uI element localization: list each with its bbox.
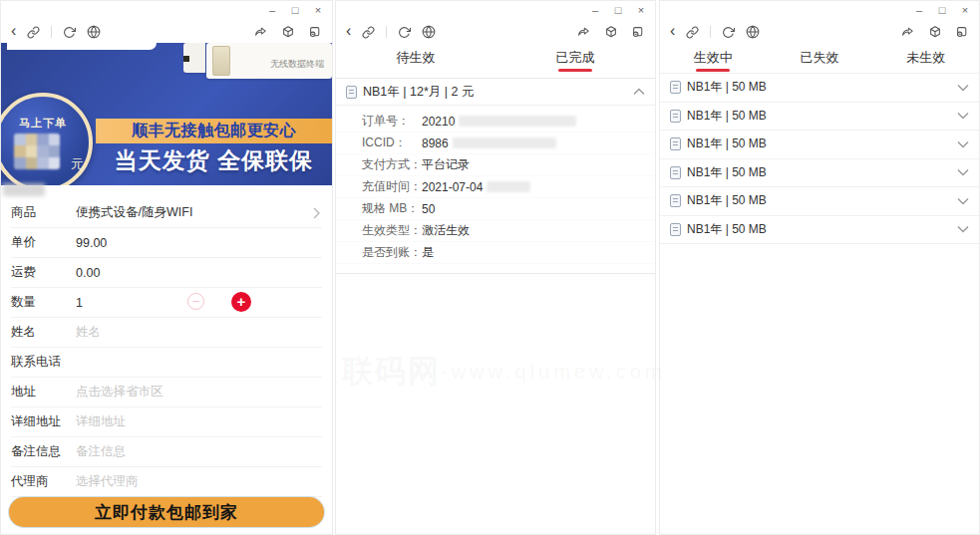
detail-value: 平台记录 <box>422 156 470 173</box>
chevron-down-icon[interactable] <box>957 168 969 176</box>
spec-value: 50 <box>422 202 435 216</box>
back-icon[interactable]: ‹ <box>346 24 351 38</box>
chevron-up-icon[interactable] <box>633 88 645 96</box>
minimize-button[interactable]: – <box>589 4 601 16</box>
miniprogram-cube-icon[interactable] <box>604 25 618 39</box>
float-window-icon[interactable] <box>308 25 322 39</box>
order-status-tabs: 待生效 已完成 <box>336 43 655 73</box>
credited-value: 是 <box>422 244 434 261</box>
refresh-icon[interactable] <box>398 26 411 39</box>
globe-icon[interactable] <box>422 25 436 39</box>
maximize-button[interactable]: □ <box>612 4 624 16</box>
form-row-agent[interactable]: 代理商 选择代理商 <box>11 467 322 497</box>
form-row-remark[interactable]: 备注信息 备注信息 <box>11 437 322 467</box>
tab-active[interactable]: 生效中 <box>660 43 767 73</box>
remark-input[interactable]: 备注信息 <box>76 443 126 460</box>
toolbar-divider <box>710 26 711 38</box>
pixel <box>49 134 61 145</box>
tab-label: 已完成 <box>556 50 595 65</box>
close-button[interactable]: × <box>635 4 647 16</box>
order-no-value: 20210 <box>422 115 576 129</box>
quantity-decrease-button[interactable]: − <box>187 293 204 310</box>
detail-value: 是 <box>422 244 434 261</box>
miniprogram-cube-icon[interactable] <box>281 25 295 39</box>
link-icon[interactable] <box>686 26 699 39</box>
float-window-icon[interactable] <box>631 25 645 39</box>
toolbar-left-group: ‹ <box>670 25 760 39</box>
document-icon <box>670 166 681 179</box>
close-button[interactable]: × <box>959 4 971 16</box>
back-icon[interactable]: ‹ <box>11 24 16 38</box>
share-icon[interactable] <box>576 25 591 39</box>
quantity-increase-button[interactable]: + <box>231 292 251 312</box>
detail-label: 订单号： <box>362 113 422 130</box>
field-label: 姓名 <box>11 324 76 341</box>
detail-label: 支付方式： <box>362 156 422 173</box>
product-card: 无线数据终端 <box>206 43 332 79</box>
form-row-phone[interactable]: 联系电话 <box>11 348 322 378</box>
minimize-button[interactable]: – <box>266 4 278 16</box>
refresh-icon[interactable] <box>63 26 76 39</box>
list-item[interactable]: NB1年 | 50 MB <box>660 74 979 103</box>
detail-label: 规格 MB： <box>362 200 422 217</box>
list-item[interactable]: NB1年 | 50 MB <box>660 103 979 132</box>
effect-type-value: 激活生效 <box>422 222 470 239</box>
chevron-down-icon[interactable] <box>957 84 969 92</box>
chevron-right-icon[interactable] <box>313 207 320 222</box>
detail-row-recharge-time: 充值时间： 2021-07-04 <box>336 176 655 198</box>
back-icon[interactable]: ‹ <box>670 24 675 38</box>
window-controls: – □ × <box>266 4 324 16</box>
banner-notch <box>7 43 157 50</box>
region-select[interactable]: 点击选择省市区 <box>76 384 163 401</box>
toolbar-right-group <box>576 25 645 39</box>
product-image <box>212 46 230 76</box>
quantity-value: 1 <box>76 296 83 310</box>
redacted-price <box>14 134 60 169</box>
form-row-shipping: 运费 0.00 <box>11 258 322 288</box>
link-icon[interactable] <box>362 26 375 39</box>
tab-expired[interactable]: 已失效 <box>767 43 873 73</box>
maximize-button[interactable]: □ <box>289 4 301 16</box>
list-item[interactable]: NB1年 | 50 MB <box>660 131 979 159</box>
list-item[interactable]: NB1年 | 50 MB <box>660 159 979 188</box>
recharge-time-value: 2021-07-04 <box>422 180 530 194</box>
agent-select[interactable]: 选择代理商 <box>76 473 139 490</box>
name-input[interactable]: 姓名 <box>76 324 101 341</box>
tab-completed[interactable]: 已完成 <box>495 43 655 73</box>
form-row-product[interactable]: 商品 便携式设备/随身WIFI <box>11 198 322 228</box>
window-titlebar: – □ × <box>336 1 655 21</box>
chevron-down-icon[interactable] <box>957 225 969 233</box>
refresh-icon[interactable] <box>722 26 735 39</box>
tab-label: 待生效 <box>397 50 436 65</box>
form-row-address[interactable]: 地址 点击选择省市区 <box>11 378 322 407</box>
form-row-name[interactable]: 姓名 姓名 <box>11 318 322 348</box>
chevron-down-icon[interactable] <box>957 197 969 205</box>
globe-icon[interactable] <box>746 25 760 39</box>
chevron-down-icon[interactable] <box>957 112 969 120</box>
pixel <box>14 157 26 169</box>
miniprogram-cube-icon[interactable] <box>928 25 942 39</box>
window-controls: – □ × <box>589 4 647 16</box>
pay-now-button[interactable]: 立即付款包邮到家 <box>9 497 324 527</box>
order-details: 订单号： 20210 ICCID： 8986 支付方式： 平台记录 充值时间： … <box>336 106 655 273</box>
form-row-address-detail[interactable]: 详细地址 详细地址 <box>11 407 322 437</box>
product-value: 便携式设备/随身WIFI <box>76 204 192 221</box>
list-item[interactable]: NB1年 | 50 MB <box>660 216 979 245</box>
link-icon[interactable] <box>27 26 40 39</box>
tab-pending[interactable]: 待生效 <box>336 43 495 73</box>
minimize-button[interactable]: – <box>913 4 925 16</box>
address-detail-input[interactable]: 详细地址 <box>76 413 126 430</box>
share-icon[interactable] <box>900 25 915 39</box>
share-icon[interactable] <box>253 25 268 39</box>
order-card-header[interactable]: NB1年 | 12*月 | 2 元 <box>336 79 655 106</box>
document-icon <box>670 223 681 236</box>
chevron-down-icon[interactable] <box>957 140 969 148</box>
tab-not-effective[interactable]: 未生效 <box>872 43 979 73</box>
close-button[interactable]: × <box>312 4 324 16</box>
list-item[interactable]: NB1年 | 50 MB <box>660 187 979 216</box>
detail-value: 2021-07-04 <box>422 180 483 194</box>
maximize-button[interactable]: □ <box>936 4 948 16</box>
globe-icon[interactable] <box>87 25 101 39</box>
float-window-icon[interactable] <box>955 25 969 39</box>
form-row-unit-price: 单价 99.00 <box>11 228 322 258</box>
